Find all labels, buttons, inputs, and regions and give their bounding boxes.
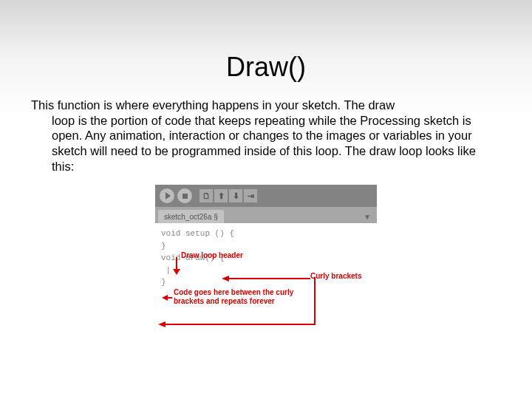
body-remaining: loop is the portion of code that keeps r… [31,113,488,174]
export-icon: ⇥ [244,189,257,202]
new-icon: 🗋 [200,189,213,202]
annotation-curly: Curly brackets [310,272,361,280]
ide-screenshot: 🗋 ⬆ ⬇ ⇥ sketch_oct26a § ▼ void setup () … [155,185,377,334]
arrow-code-goes-icon [162,293,172,303]
slide-body: This function is where everything happen… [30,98,502,174]
tab-dropdown-icon: ▼ [364,213,374,223]
code-editor: void setup () { } void draw() { | } Draw… [155,223,377,334]
code-line-1: void setup () { [161,228,371,240]
sketch-tab: sketch_oct26a § [158,210,224,223]
svg-marker-6 [162,295,168,301]
annotation-draw-header: Draw loop header [181,251,243,259]
ide-toolbar: 🗋 ⬆ ⬇ ⇥ [155,185,377,207]
svg-marker-4 [158,321,166,327]
code-line-3: } [161,240,371,253]
arrow-draw-header-icon [170,257,183,275]
save-icon: ⬇ [229,189,242,202]
play-icon [160,188,174,203]
annotation-code-goes: Code goes here between the curly bracket… [174,288,299,305]
stop-icon [177,188,192,203]
svg-marker-1 [173,269,180,275]
body-first-line: This function is where everything happen… [31,98,395,112]
slide-title: Draw() [30,52,502,83]
ide-tab-bar: sketch_oct26a § ▼ [155,207,377,223]
open-icon: ⬆ [214,189,228,202]
